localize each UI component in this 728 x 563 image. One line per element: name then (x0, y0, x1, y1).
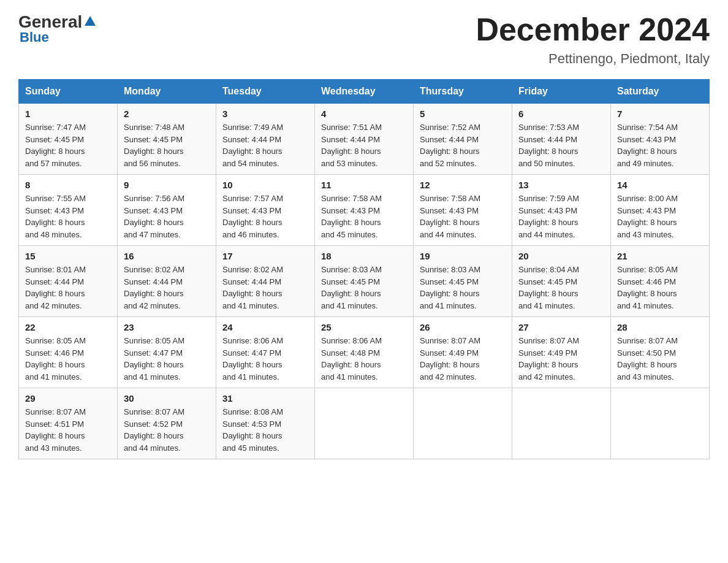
day-info: Sunrise: 8:06 AM Sunset: 4:47 PM Dayligh… (222, 335, 308, 383)
day-info: Sunrise: 7:52 AM Sunset: 4:44 PM Dayligh… (420, 121, 506, 169)
calendar-header-row: SundayMondayTuesdayWednesdayThursdayFrid… (19, 80, 710, 104)
calendar-cell: 29Sunrise: 8:07 AM Sunset: 4:51 PM Dayli… (19, 388, 118, 459)
day-info: Sunrise: 7:59 AM Sunset: 4:43 PM Dayligh… (518, 193, 604, 240)
calendar-cell: 10Sunrise: 7:57 AM Sunset: 4:43 PM Dayli… (216, 175, 315, 246)
calendar-cell: 14Sunrise: 8:00 AM Sunset: 4:43 PM Dayli… (611, 175, 710, 246)
calendar-cell: 19Sunrise: 8:03 AM Sunset: 4:45 PM Dayli… (414, 246, 512, 317)
day-info: Sunrise: 7:54 AM Sunset: 4:43 PM Dayligh… (617, 121, 703, 169)
page-header: General Blue December 2024 Pettinengo, P… (18, 12, 710, 67)
calendar-cell: 7Sunrise: 7:54 AM Sunset: 4:43 PM Daylig… (611, 104, 710, 175)
day-number: 24 (222, 322, 308, 332)
day-info: Sunrise: 8:05 AM Sunset: 4:46 PM Dayligh… (617, 264, 703, 312)
day-info: Sunrise: 8:07 AM Sunset: 4:51 PM Dayligh… (25, 406, 111, 454)
header-saturday: Saturday (611, 80, 710, 104)
title-section: December 2024 Pettinengo, Piedmont, Ital… (476, 12, 710, 67)
day-number: 4 (321, 109, 407, 119)
calendar-cell (315, 388, 414, 459)
day-number: 10 (222, 180, 308, 190)
day-number: 17 (222, 251, 308, 261)
day-info: Sunrise: 8:05 AM Sunset: 4:47 PM Dayligh… (124, 335, 210, 383)
calendar-cell: 6Sunrise: 7:53 AM Sunset: 4:44 PM Daylig… (512, 104, 611, 175)
day-number: 19 (420, 251, 506, 261)
header-wednesday: Wednesday (315, 80, 414, 104)
day-info: Sunrise: 7:49 AM Sunset: 4:44 PM Dayligh… (222, 121, 308, 169)
calendar-table: SundayMondayTuesdayWednesdayThursdayFrid… (18, 79, 710, 459)
calendar-cell: 26Sunrise: 8:07 AM Sunset: 4:49 PM Dayli… (414, 317, 512, 388)
calendar-week-row: 15Sunrise: 8:01 AM Sunset: 4:44 PM Dayli… (19, 246, 710, 317)
day-info: Sunrise: 8:07 AM Sunset: 4:49 PM Dayligh… (420, 335, 506, 383)
day-info: Sunrise: 8:05 AM Sunset: 4:46 PM Dayligh… (25, 335, 111, 383)
calendar-cell: 3Sunrise: 7:49 AM Sunset: 4:44 PM Daylig… (216, 104, 315, 175)
calendar-week-row: 29Sunrise: 8:07 AM Sunset: 4:51 PM Dayli… (19, 388, 710, 459)
header-sunday: Sunday (19, 80, 118, 104)
calendar-cell: 28Sunrise: 8:07 AM Sunset: 4:50 PM Dayli… (611, 317, 710, 388)
logo-triangle-icon (83, 15, 97, 28)
calendar-cell: 27Sunrise: 8:07 AM Sunset: 4:49 PM Dayli… (512, 317, 611, 388)
day-info: Sunrise: 8:08 AM Sunset: 4:53 PM Dayligh… (222, 406, 308, 454)
calendar-cell: 13Sunrise: 7:59 AM Sunset: 4:43 PM Dayli… (512, 175, 611, 246)
calendar-cell: 21Sunrise: 8:05 AM Sunset: 4:46 PM Dayli… (611, 246, 710, 317)
day-number: 21 (617, 251, 703, 261)
day-number: 15 (25, 251, 111, 261)
calendar-cell: 11Sunrise: 7:58 AM Sunset: 4:43 PM Dayli… (315, 175, 414, 246)
calendar-cell: 30Sunrise: 8:07 AM Sunset: 4:52 PM Dayli… (118, 388, 216, 459)
calendar-cell (512, 388, 611, 459)
day-number: 16 (124, 251, 210, 261)
month-title: December 2024 (476, 12, 710, 47)
calendar-cell: 20Sunrise: 8:04 AM Sunset: 4:45 PM Dayli… (512, 246, 611, 317)
day-info: Sunrise: 8:03 AM Sunset: 4:45 PM Dayligh… (321, 264, 407, 312)
calendar-week-row: 1Sunrise: 7:47 AM Sunset: 4:45 PM Daylig… (19, 104, 710, 175)
calendar-cell: 31Sunrise: 8:08 AM Sunset: 4:53 PM Dayli… (216, 388, 315, 459)
day-number: 8 (25, 180, 111, 190)
day-info: Sunrise: 7:55 AM Sunset: 4:43 PM Dayligh… (25, 193, 111, 240)
day-number: 2 (124, 109, 210, 119)
day-number: 25 (321, 322, 407, 332)
day-number: 5 (420, 109, 506, 119)
calendar-cell: 5Sunrise: 7:52 AM Sunset: 4:44 PM Daylig… (414, 104, 512, 175)
day-number: 12 (420, 180, 506, 190)
calendar-week-row: 8Sunrise: 7:55 AM Sunset: 4:43 PM Daylig… (19, 175, 710, 246)
calendar-cell: 9Sunrise: 7:56 AM Sunset: 4:43 PM Daylig… (118, 175, 216, 246)
calendar-week-row: 22Sunrise: 8:05 AM Sunset: 4:46 PM Dayli… (19, 317, 710, 388)
calendar-cell: 4Sunrise: 7:51 AM Sunset: 4:44 PM Daylig… (315, 104, 414, 175)
day-info: Sunrise: 8:00 AM Sunset: 4:43 PM Dayligh… (617, 193, 703, 240)
day-number: 28 (617, 322, 703, 332)
calendar-cell: 23Sunrise: 8:05 AM Sunset: 4:47 PM Dayli… (118, 317, 216, 388)
day-info: Sunrise: 7:53 AM Sunset: 4:44 PM Dayligh… (518, 121, 604, 169)
day-number: 30 (124, 393, 210, 404)
calendar-cell: 17Sunrise: 8:02 AM Sunset: 4:44 PM Dayli… (216, 246, 315, 317)
day-info: Sunrise: 8:02 AM Sunset: 4:44 PM Dayligh… (124, 264, 210, 312)
day-info: Sunrise: 8:07 AM Sunset: 4:52 PM Dayligh… (124, 406, 210, 454)
logo: General Blue (18, 12, 97, 45)
day-number: 1 (25, 109, 111, 119)
day-number: 20 (518, 251, 604, 261)
header-thursday: Thursday (414, 80, 512, 104)
header-monday: Monday (118, 80, 216, 104)
day-info: Sunrise: 8:01 AM Sunset: 4:44 PM Dayligh… (25, 264, 111, 312)
day-number: 23 (124, 322, 210, 332)
logo-blue-text: Blue (20, 29, 49, 45)
calendar-cell: 22Sunrise: 8:05 AM Sunset: 4:46 PM Dayli… (19, 317, 118, 388)
day-number: 18 (321, 251, 407, 261)
day-info: Sunrise: 8:04 AM Sunset: 4:45 PM Dayligh… (518, 264, 604, 312)
calendar-cell: 8Sunrise: 7:55 AM Sunset: 4:43 PM Daylig… (19, 175, 118, 246)
calendar-cell: 2Sunrise: 7:48 AM Sunset: 4:45 PM Daylig… (118, 104, 216, 175)
day-number: 3 (222, 109, 308, 119)
calendar-cell (611, 388, 710, 459)
day-number: 27 (518, 322, 604, 332)
day-info: Sunrise: 8:07 AM Sunset: 4:49 PM Dayligh… (518, 335, 604, 383)
day-info: Sunrise: 8:03 AM Sunset: 4:45 PM Dayligh… (420, 264, 506, 312)
day-number: 29 (25, 393, 111, 404)
day-info: Sunrise: 7:56 AM Sunset: 4:43 PM Dayligh… (124, 193, 210, 240)
day-number: 11 (321, 180, 407, 190)
day-info: Sunrise: 7:47 AM Sunset: 4:45 PM Dayligh… (25, 121, 111, 169)
day-info: Sunrise: 7:51 AM Sunset: 4:44 PM Dayligh… (321, 121, 407, 169)
day-number: 6 (518, 109, 604, 119)
day-info: Sunrise: 7:58 AM Sunset: 4:43 PM Dayligh… (321, 193, 407, 240)
svg-marker-0 (85, 16, 96, 26)
calendar-cell: 24Sunrise: 8:06 AM Sunset: 4:47 PM Dayli… (216, 317, 315, 388)
calendar-cell: 16Sunrise: 8:02 AM Sunset: 4:44 PM Dayli… (118, 246, 216, 317)
location-subtitle: Pettinengo, Piedmont, Italy (476, 51, 710, 67)
calendar-cell (414, 388, 512, 459)
day-info: Sunrise: 8:06 AM Sunset: 4:48 PM Dayligh… (321, 335, 407, 383)
